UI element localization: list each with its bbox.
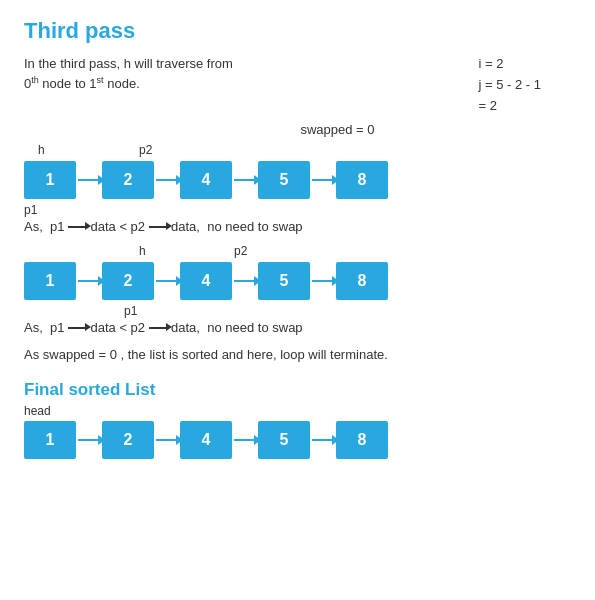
arrow: [312, 280, 334, 282]
final-node-4: 8: [336, 421, 388, 459]
compare-text-1: As, p1 data < p2 data, no need to swap: [24, 219, 571, 234]
arrow: [78, 179, 100, 181]
arrow: [312, 439, 334, 441]
arrow: [78, 439, 100, 441]
final-node-3: 5: [258, 421, 310, 459]
arrow: [156, 179, 178, 181]
final-note: As swapped = 0 , the list is sorted and …: [24, 345, 571, 366]
desc-line2: 0th node to 1st node.: [24, 74, 233, 94]
compare1-after: data, no need to swap: [171, 219, 303, 234]
head-label: head: [24, 404, 571, 418]
diagram2-p2-label: p2: [234, 244, 247, 258]
diagram2-node-4: 8: [336, 262, 388, 300]
diagram1-node-4: 8: [336, 161, 388, 199]
description-text: In the third pass, h will traverse from …: [24, 54, 233, 93]
compare1-mid: data < p2: [90, 219, 145, 234]
final-node-2: 4: [180, 421, 232, 459]
description-block: In the third pass, h will traverse from …: [24, 54, 571, 116]
final-list-row: 1 2 4 5 8: [24, 421, 571, 459]
page: Third pass In the third pass, h will tra…: [0, 0, 595, 481]
diagram1-node-2: 4: [180, 161, 232, 199]
diagram1-list-row: 1 2 4 5 8: [24, 161, 571, 199]
compare2-after: data, no need to swap: [171, 320, 303, 335]
var-i: i = 2: [479, 54, 542, 75]
arrow: [156, 439, 178, 441]
compare2-mid: data < p2: [90, 320, 145, 335]
diagram2-node-2: 4: [180, 262, 232, 300]
diagram2-node-3: 5: [258, 262, 310, 300]
diagram1-p1-label: p1: [24, 203, 571, 217]
arrow: [156, 280, 178, 282]
diagram1-wrapper: h p2 1 2 4 5 8 p1: [24, 143, 571, 217]
var-eq: = 2: [479, 96, 542, 117]
diagram2-node-1: 2: [102, 262, 154, 300]
vars-block: i = 2 j = 5 - 2 - 1 = 2: [479, 54, 542, 116]
compare1-arrow1: [68, 226, 86, 228]
swapped-label: swapped = 0: [104, 122, 571, 137]
diagram2-node-0: 1: [24, 262, 76, 300]
diagram2-list-row: 1 2 4 5 8: [24, 262, 571, 300]
arrow: [234, 439, 256, 441]
diagram1-node-3: 5: [258, 161, 310, 199]
diagram1-node-1: 2: [102, 161, 154, 199]
diagram2-p1-label: p1: [124, 304, 571, 318]
compare1-before: As, p1: [24, 219, 64, 234]
diagram2-top-labels: h p2: [24, 244, 571, 262]
page-title: Third pass: [24, 18, 571, 44]
diagram2-wrapper: h p2 1 2 4 5 8 p1: [24, 244, 571, 318]
diagram1-h-label: h: [38, 143, 45, 157]
var-j: j = 5 - 2 - 1: [479, 75, 542, 96]
diagram2-h-label: h: [139, 244, 146, 258]
compare1-arrow2: [149, 226, 167, 228]
diagram1-p2-label: p2: [139, 143, 152, 157]
final-title: Final sorted List: [24, 380, 571, 400]
diagram1-top-labels: h p2: [24, 143, 571, 161]
diagram1-node-0: 1: [24, 161, 76, 199]
arrow: [312, 179, 334, 181]
arrow: [78, 280, 100, 282]
final-node-0: 1: [24, 421, 76, 459]
compare-text-2: As, p1 data < p2 data, no need to swap: [24, 320, 571, 335]
arrow: [234, 179, 256, 181]
compare2-before: As, p1: [24, 320, 64, 335]
final-section: Final sorted List head 1 2 4 5 8: [24, 380, 571, 459]
arrow: [234, 280, 256, 282]
compare2-arrow1: [68, 327, 86, 329]
compare2-arrow2: [149, 327, 167, 329]
desc-line1: In the third pass, h will traverse from: [24, 54, 233, 74]
final-node-1: 2: [102, 421, 154, 459]
